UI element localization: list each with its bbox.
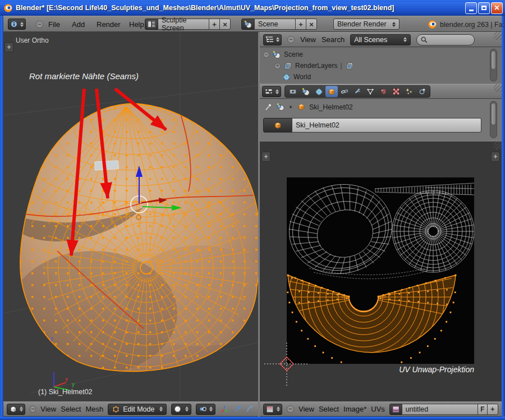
tab-particles-icon[interactable] [403, 86, 415, 97]
close-button[interactable]: ✕ [491, 2, 503, 14]
new-image-button[interactable]: + [487, 404, 498, 415]
shading-dropdown[interactable] [171, 404, 191, 415]
fake-user-button[interactable]: F [478, 404, 488, 415]
tab-physics-icon[interactable] [416, 86, 428, 97]
tab-object-data-icon[interactable] [364, 86, 377, 97]
tree-label[interactable]: Scene [284, 51, 303, 58]
mode-dropdown[interactable]: Edit Mode [108, 404, 167, 415]
image-browse-icon[interactable] [389, 404, 402, 415]
outliner-editor[interactable]: − View Search All Scenes − Scene + Rende… [260, 32, 502, 83]
uv-menu-image[interactable]: Image* [343, 405, 366, 413]
outliner-menu-search[interactable]: Search [322, 35, 345, 44]
render-engine-dropdown[interactable]: Blender Render [333, 19, 400, 30]
tree-row-world[interactable]: World [282, 71, 311, 83]
rotate-manipulator-icon[interactable] [246, 405, 255, 413]
corner-grip[interactable] [494, 32, 502, 40]
menu-render[interactable]: Render [97, 20, 121, 29]
viewport-collapse-icon[interactable]: − [30, 405, 36, 413]
pivot-dropdown[interactable] [196, 404, 215, 415]
outliner-menu-view[interactable]: View [300, 35, 316, 44]
breadcrumb-scene-icon[interactable] [276, 103, 285, 111]
menu-help[interactable]: Help [129, 20, 144, 29]
menu-add[interactable]: Add [72, 20, 85, 29]
uv-menu-view[interactable]: View [299, 405, 314, 413]
outliner-filter-dropdown[interactable]: All Scenes [350, 34, 411, 45]
mode-value: Edit Mode [123, 405, 154, 413]
menu-file[interactable]: File [48, 20, 60, 29]
scrollbar-thumb[interactable] [491, 51, 496, 70]
uv-menu-uvs[interactable]: UVs [371, 405, 385, 413]
breadcrumb-object-icon[interactable] [297, 103, 306, 111]
tab-constraints-icon[interactable] [338, 86, 351, 97]
uv-panel-expand-right-icon[interactable]: + [491, 152, 500, 162]
renderlayers-toggle-icon[interactable] [345, 62, 354, 70]
image-name-field[interactable]: untitled [402, 404, 478, 415]
editor-type-button-properties[interactable] [262, 86, 281, 97]
uv-collapse-icon[interactable]: − [287, 405, 294, 413]
uv-panel-expand-left-icon[interactable]: + [261, 152, 270, 162]
tree-label[interactable]: RenderLayers [295, 62, 337, 70]
translate-manipulator-icon[interactable] [233, 405, 242, 413]
editor-type-button-info[interactable] [8, 19, 26, 30]
version-text: blender.org 263 | Fa:1 [440, 21, 505, 29]
uv-image-editor[interactable]: + + UV Unwap-Projektion [260, 141, 502, 401]
delete-screen-button[interactable]: × [219, 19, 231, 30]
corner-grip[interactable] [494, 141, 502, 149]
tab-modifiers-icon[interactable] [351, 86, 364, 97]
tab-material-icon[interactable] [377, 86, 389, 97]
outliner-search-input[interactable] [416, 34, 475, 45]
scrollbar-thumb[interactable] [491, 103, 496, 125]
manipulator-axis-icon[interactable] [220, 405, 229, 414]
add-scene-button[interactable]: + [295, 19, 306, 30]
collapse-menus-icon[interactable]: − [36, 21, 43, 28]
minimize-button[interactable] [465, 2, 477, 14]
breadcrumb-object-name[interactable]: Ski_Helmet02 [309, 103, 353, 111]
blender-version-icon [428, 20, 437, 29]
tree-divider: | [340, 62, 342, 70]
image-datablock-widget: untitled F + [389, 404, 498, 415]
editor-type-button-outliner[interactable] [263, 34, 282, 45]
tab-object-icon[interactable] [325, 86, 338, 97]
tab-render-icon[interactable] [287, 86, 299, 97]
properties-editor[interactable]: Ski_Helmet02 Ski_Helmet02 [260, 84, 502, 140]
viewport-menu-view[interactable]: View [40, 405, 56, 413]
scene-selector-icon[interactable] [241, 19, 255, 30]
outliner-filter-value: All Scenes [354, 36, 387, 44]
edit-mode-icon [112, 405, 120, 413]
outliner-scrollbar[interactable] [490, 49, 497, 81]
titlebar[interactable]: Blender* [E:\Second Life\40_Sculpties_un… [0, 0, 505, 16]
uv-menu-select[interactable]: Select [319, 405, 339, 413]
tree-row-scene[interactable]: − Scene [263, 49, 303, 60]
object-id-icon[interactable] [263, 118, 292, 133]
object-name-input[interactable]: Ski_Helmet02 [292, 118, 481, 133]
tab-world-icon[interactable] [313, 86, 325, 97]
tab-scene-icon[interactable] [300, 86, 312, 97]
properties-scrollbar[interactable] [490, 101, 497, 138]
viewport-menu-mesh[interactable]: Mesh [85, 405, 103, 413]
expand-icon[interactable]: + [274, 63, 281, 69]
tree-row-renderlayers[interactable]: + RenderLayers | [274, 60, 354, 71]
viewport-3d[interactable]: User Ortho Rot markierte Nähte (Seams) (… [3, 32, 258, 401]
screen-name-field[interactable]: Sculptie Screen [158, 19, 209, 30]
viewport-menu-select[interactable]: Select [61, 405, 81, 413]
outliner-editor-icon [265, 36, 274, 44]
scene-name-field[interactable]: Scene [254, 19, 296, 30]
add-screen-button[interactable]: + [209, 19, 220, 30]
maximize-button[interactable] [478, 2, 490, 14]
pin-icon[interactable] [264, 103, 273, 111]
screen-layout-icon[interactable] [145, 19, 158, 30]
delete-scene-button[interactable]: × [306, 19, 317, 30]
editor-type-button-image[interactable] [263, 404, 282, 415]
collapse-icon[interactable]: − [263, 52, 269, 58]
breadcrumb-arrow-icon [288, 104, 293, 109]
axis-z-label: z [50, 336, 53, 342]
tab-texture-icon[interactable] [390, 86, 402, 97]
toolshelf-expand-icon[interactable]: + [4, 42, 13, 52]
uv-caption: UV Unwap-Projektion [362, 365, 474, 374]
tree-label[interactable]: World [293, 73, 311, 81]
editor-type-button-3dview[interactable] [7, 404, 25, 415]
corner-grip[interactable] [494, 84, 502, 92]
blender-window: Blender* [E:\Second Life\40_Sculpties_un… [0, 0, 505, 420]
outliner-collapse-icon[interactable]: − [287, 36, 295, 43]
viewport-header: − View Select Mesh Edit Mode [3, 401, 258, 417]
